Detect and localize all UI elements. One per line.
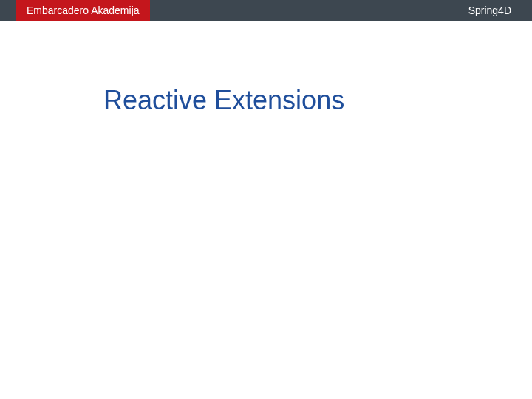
slide-title: Reactive Extensions [103,85,344,116]
header-bar: Embarcadero Akademija Spring4D [0,0,532,21]
header-badge-text: Embarcadero Akademija [27,4,140,16]
header-badge: Embarcadero Akademija [16,0,150,21]
header-right-text: Spring4D [468,4,511,16]
header-right-label: Spring4D [468,0,511,21]
